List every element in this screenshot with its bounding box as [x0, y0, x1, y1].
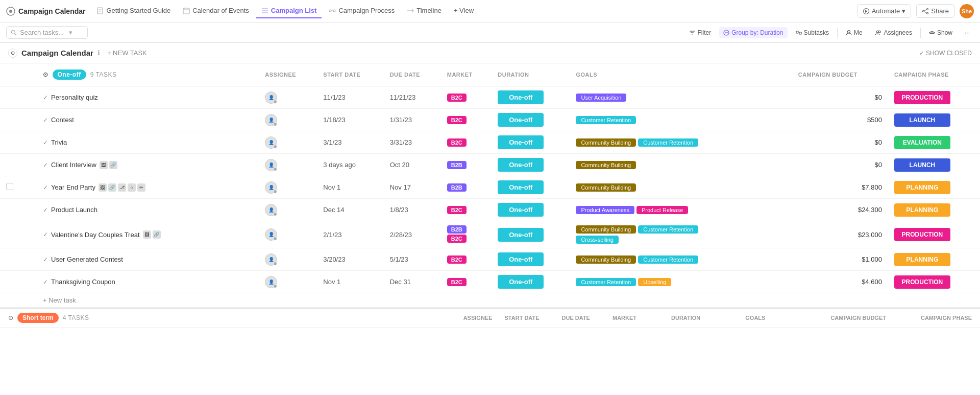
app-logo[interactable]: Campaign Calendar [6, 7, 85, 16]
task-check[interactable]: ✓ [43, 161, 48, 169]
task-check[interactable]: ✓ [43, 117, 48, 124]
start-date-cell: 11/1/23 [317, 86, 383, 109]
assignee-avatar[interactable]: 👤 [265, 91, 277, 104]
col-market: MARKET [441, 63, 492, 86]
market-badge: B2B [447, 161, 467, 169]
list-icon [261, 7, 268, 14]
assignee-avatar[interactable]: 👤 [265, 114, 277, 126]
me-btn[interactable]: Me [842, 27, 867, 38]
more-options-label: ··· [965, 29, 970, 36]
phase-cell: EVALUATION [888, 131, 980, 154]
table-row[interactable]: ✓ Valentine's Day Couples Treat 🖼🔗 👤 2/1… [0, 221, 980, 248]
task-check[interactable]: ✓ [43, 94, 48, 101]
automate-label: Automate [872, 7, 900, 15]
duration-cell: One-off [492, 154, 570, 176]
assignee-cell: 👤 [265, 91, 311, 104]
automate-btn[interactable]: Automate ▾ [857, 4, 912, 18]
subtasks-btn[interactable]: Subtasks [792, 27, 833, 38]
budget-cell: $24,300 [792, 199, 888, 221]
assignee-dot [273, 100, 277, 104]
task-check[interactable]: ✓ [43, 256, 48, 263]
task-check[interactable]: ✓ [43, 184, 48, 191]
assignee-avatar[interactable]: 👤 [265, 204, 277, 216]
show-btn[interactable]: Show [925, 27, 957, 38]
assignee-avatar[interactable]: 👤 [265, 181, 277, 194]
due-date-cell: Oct 20 [384, 154, 441, 176]
goal-badge: Community Building [576, 225, 636, 234]
svg-point-12 [329, 10, 331, 12]
add-view-btn[interactable]: + View [449, 4, 479, 18]
info-btn[interactable]: ℹ [97, 49, 100, 57]
img-icon: 🖼 [99, 183, 107, 192]
new-task-row[interactable]: + New task [0, 293, 980, 308]
group-short-term-badge[interactable]: Short term [17, 313, 59, 323]
phase-badge: LAUNCH [894, 158, 950, 172]
table-row[interactable]: ✓ Trivia 👤 3/1/233/31/23B2COne-offCommun… [0, 131, 980, 154]
collapse-btn[interactable]: ⊙ [8, 49, 17, 58]
task-check[interactable]: ✓ [43, 231, 48, 238]
group-short-term-toggle[interactable]: ⊙ [8, 314, 13, 321]
table-row[interactable]: ✓ Personality quiz 👤 11/1/2311/21/23B2CO… [0, 86, 980, 109]
table-row[interactable]: ✓ Year End Party 🖼🔗⎇○✏ 👤 Nov 1Nov 17B2BO… [0, 176, 980, 199]
assignees-btn[interactable]: Assignees [871, 27, 916, 38]
task-name: Personality quiz [51, 94, 98, 101]
svg-point-34 [931, 32, 933, 34]
svg-line-20 [924, 9, 927, 10]
duration-cell: One-off [492, 271, 570, 293]
share-btn[interactable]: Share [916, 4, 954, 18]
tab-campaign-process-label: Campaign Process [338, 7, 395, 14]
task-name: Year End Party [51, 183, 95, 191]
goal-badge: Community Building [576, 161, 636, 169]
table-row[interactable]: ✓ Product Launch 👤 Dec 141/8/23B2COne-of… [0, 199, 980, 221]
table-row[interactable]: ✓ User Generated Contest 👤 3/20/235/1/23… [0, 248, 980, 271]
tab-timeline[interactable]: Timeline [402, 4, 447, 18]
doc-icon [96, 7, 104, 14]
group-by-btn[interactable]: Group by: Duration [719, 27, 787, 38]
tab-campaign-list[interactable]: Campaign List [256, 4, 322, 18]
assignee-avatar[interactable]: 👤 [265, 136, 277, 149]
new-task-link[interactable]: + New task [43, 296, 76, 304]
tab-getting-started[interactable]: Getting Started Guide [91, 4, 176, 18]
task-check[interactable]: ✓ [43, 278, 48, 286]
assignee-avatar[interactable]: 👤 [265, 253, 277, 266]
task-check[interactable]: ✓ [43, 206, 48, 214]
market-badge: B2B [447, 225, 467, 234]
phase-cell: LAUNCH [888, 154, 980, 176]
new-task-header-btn[interactable]: + NEW TASK [104, 48, 150, 58]
filter-label: Filter [697, 29, 711, 36]
svg-point-18 [927, 12, 928, 14]
task-name: User Generated Contest [51, 255, 123, 263]
more-options-btn[interactable]: ··· [961, 27, 974, 38]
market-cell: B2C [441, 248, 492, 271]
start-date-cell: 2/1/23 [317, 221, 383, 248]
task-icons: 🖼🔗⎇○✏ [99, 183, 145, 192]
assignee-avatar[interactable]: 👤 [265, 276, 277, 288]
assignee-avatar[interactable]: 👤 [265, 228, 277, 241]
show-closed-btn[interactable]: ✓ SHOW CLOSED [919, 50, 972, 57]
phase-badge: PLANNING [894, 181, 950, 194]
svg-rect-29 [796, 31, 798, 33]
duration-cell: One-off [492, 109, 570, 131]
svg-point-13 [333, 10, 335, 12]
table-row[interactable]: ✓ Thanksgiving Coupon 👤 Nov 1Dec 31B2COn… [0, 271, 980, 293]
due-date-cell: Nov 17 [384, 176, 441, 199]
table-row[interactable]: ✓ Client Interview 🖼🔗 👤 3 days agoOct 20… [0, 154, 980, 176]
row-checkbox[interactable] [6, 183, 13, 190]
search-box[interactable]: Search tasks... ▾ [6, 26, 88, 39]
assignee-dot [273, 167, 277, 171]
goal-badge: Product Awareness [576, 206, 634, 214]
user-avatar[interactable]: She [960, 4, 974, 18]
start-date-cell: 3/20/23 [317, 248, 383, 271]
col-expand [20, 63, 37, 86]
table-row[interactable]: ✓ Contest 👤 1/18/231/31/23B2COne-offCust… [0, 109, 980, 131]
phase-badge: PLANNING [894, 253, 950, 266]
filter-btn[interactable]: Filter [685, 27, 715, 38]
group-one-off-badge[interactable]: One-off [53, 69, 86, 80]
task-check[interactable]: ✓ [43, 139, 48, 146]
calendar-icon [183, 7, 190, 14]
group-one-off-toggle[interactable]: ⊙ [43, 71, 48, 78]
assignee-avatar[interactable]: 👤 [265, 159, 277, 171]
tab-campaign-process[interactable]: Campaign Process [324, 4, 400, 18]
tab-calendar-events[interactable]: Calendar of Events [178, 4, 254, 18]
assignee-cell: 👤 [265, 181, 311, 194]
